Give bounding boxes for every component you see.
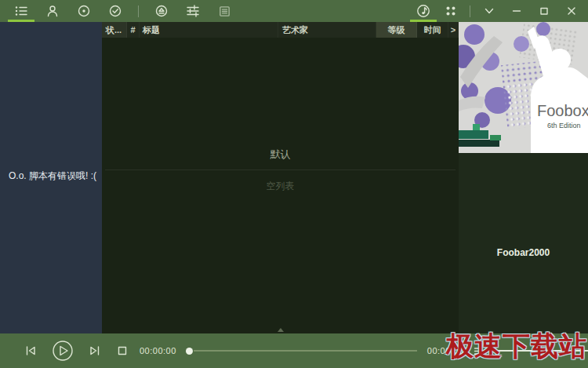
sliders-icon[interactable]: [184, 0, 201, 22]
minimize-icon[interactable]: [508, 0, 525, 22]
previous-button[interactable]: [24, 344, 38, 358]
seek-track[interactable]: [194, 350, 417, 352]
album-subtitle-text: 6th Edition: [547, 122, 581, 129]
chevron-down-icon[interactable]: [481, 0, 498, 22]
script-error-message: O.o. 脚本有错误哦! :(: [9, 169, 96, 183]
maximize-icon[interactable]: [535, 0, 553, 22]
toolbar-left-group: [0, 0, 233, 22]
column-status[interactable]: 状...: [102, 22, 127, 38]
playlist-box-icon[interactable]: [216, 0, 233, 22]
disc-icon[interactable]: [75, 0, 93, 22]
seek-slider[interactable]: [186, 346, 417, 355]
remaining-time: 00:00:00: [427, 346, 464, 355]
player-name-label: Foobar2000: [459, 247, 588, 258]
elapsed-time: 00:00:00: [140, 346, 176, 355]
music-note-circle-icon[interactable]: [415, 0, 432, 22]
playlist-header: 状... # 标题 艺术家 等级 时间 >: [102, 22, 459, 38]
column-more-chevron[interactable]: >: [448, 22, 459, 38]
view-list-icon[interactable]: [13, 0, 30, 22]
column-rating[interactable]: 等级: [376, 22, 417, 38]
volume-icon[interactable]: [474, 345, 485, 357]
playlist-divider: [105, 169, 456, 170]
column-title[interactable]: 标题: [140, 22, 278, 38]
volume-control: [474, 345, 588, 357]
eject-circle-icon[interactable]: [153, 0, 170, 22]
layout-grid-icon[interactable]: [442, 0, 459, 22]
column-time[interactable]: 时间: [417, 22, 448, 38]
seek-knob[interactable]: [186, 348, 193, 355]
column-number[interactable]: #: [127, 22, 140, 38]
album-title-text: Foobox: [537, 102, 588, 119]
empty-playlist-message: 默认 空列表: [102, 148, 459, 193]
content-area: O.o. 脚本有错误哦! :( 状... # 标题 艺术家 等级 时间 > 默认…: [0, 22, 588, 333]
playlist-panel: 状... # 标题 艺术家 等级 时间 > 默认 空列表: [102, 22, 459, 333]
next-button[interactable]: [88, 344, 102, 358]
stop-button[interactable]: [116, 344, 129, 357]
close-icon[interactable]: [563, 0, 580, 22]
toolbar-separator: [138, 5, 139, 17]
album-art: Foobox 6th Edition: [459, 22, 588, 153]
foobar2000-window: O.o. 脚本有错误哦! :( 状... # 标题 艺术家 等级 时间 > 默认…: [0, 0, 588, 368]
sidebar-panel: O.o. 脚本有错误哦! :(: [0, 22, 102, 333]
right-panel: Foobox 6th Edition Foobar2000: [459, 22, 588, 333]
toolbar-right-group: [415, 0, 588, 22]
user-icon[interactable]: [44, 0, 61, 22]
toolbar: [0, 0, 588, 22]
transport-bar: 00:00:00 00:00:00: [0, 333, 588, 368]
splitter-up-arrow[interactable]: [278, 328, 284, 332]
volume-track[interactable]: [489, 350, 588, 352]
empty-list-label: 空列表: [102, 180, 459, 193]
toolbar-separator: [470, 5, 470, 17]
play-button[interactable]: [52, 340, 74, 362]
check-circle-icon[interactable]: [107, 0, 124, 22]
column-artist[interactable]: 艺术家: [278, 22, 376, 38]
playlist-name-label: 默认: [102, 148, 459, 162]
volume-slider[interactable]: [489, 348, 588, 354]
